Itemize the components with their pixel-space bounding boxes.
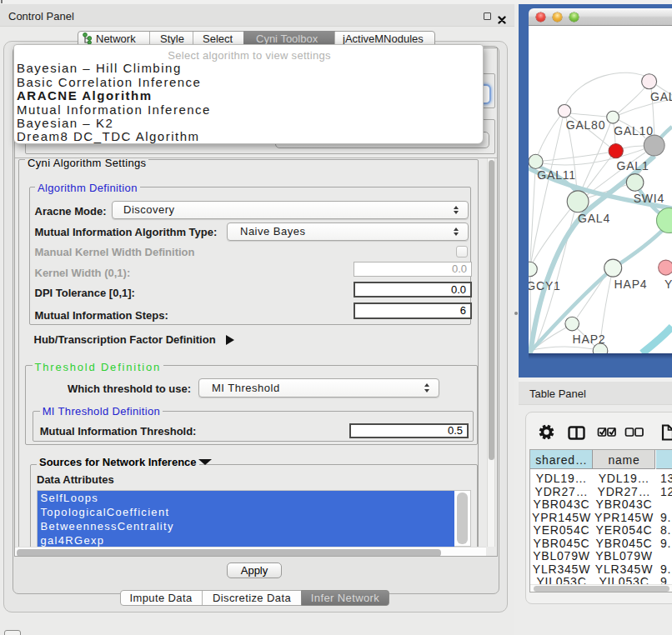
svg-text:YB: YB bbox=[664, 278, 672, 291]
svg-text:GAL4: GAL4 bbox=[578, 212, 610, 225]
svg-text:SWI4: SWI4 bbox=[634, 192, 664, 205]
svg-text:GAL11: GAL11 bbox=[537, 168, 576, 182]
svg-text:GAL10: GAL10 bbox=[614, 124, 654, 138]
svg-text:GCY1: GCY1 bbox=[529, 279, 561, 292]
svg-text:GAL2: GAL2 bbox=[650, 90, 672, 103]
svg-text:HAP2: HAP2 bbox=[573, 332, 606, 346]
svg-text:HAP4: HAP4 bbox=[614, 278, 648, 291]
svg-text:GAL80: GAL80 bbox=[566, 118, 606, 132]
svg-text:GAL1: GAL1 bbox=[617, 159, 649, 172]
